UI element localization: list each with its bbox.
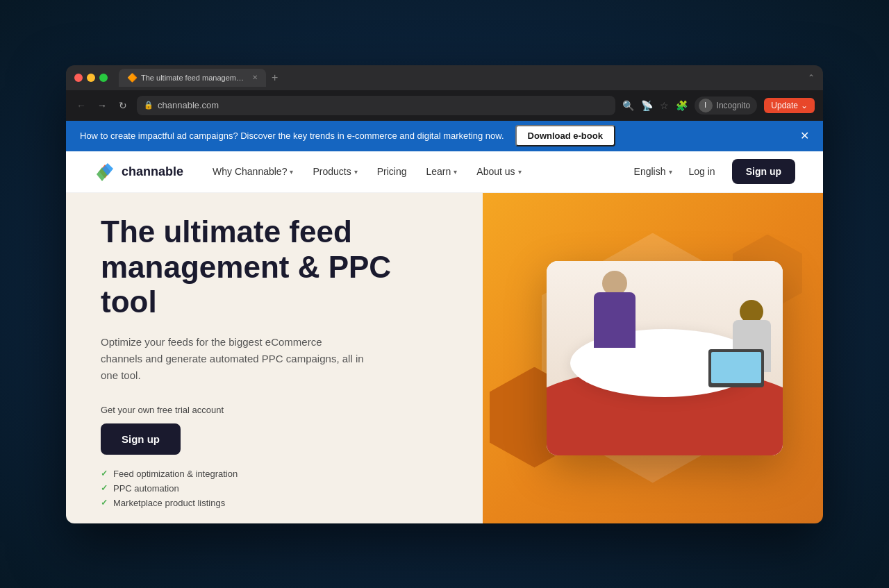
url-text: channable.com xyxy=(158,100,219,110)
tab-title: The ultimate feed manageme... xyxy=(141,74,245,82)
browser-window: 🔶 The ultimate feed manageme... ✕ + ⌃ ← … xyxy=(66,65,823,523)
trial-label: Get your own free trial account xyxy=(101,405,448,415)
extensions-icon[interactable]: 🧩 xyxy=(676,100,688,111)
hero-section: The ultimate feed management & PPC tool … xyxy=(66,193,823,523)
hero-illustration xyxy=(483,193,824,523)
logo[interactable]: channable xyxy=(94,160,183,183)
hero-subtitle: Optimize your feeds for the biggest eCom… xyxy=(101,334,365,384)
banner-close-icon[interactable]: ✕ xyxy=(800,129,809,142)
nav-right: English ▾ Log in Sign up xyxy=(634,159,795,184)
feature-item-1: ✓ Feed optimization & integration xyxy=(101,469,448,479)
close-button[interactable] xyxy=(74,74,83,82)
active-tab[interactable]: 🔶 The ultimate feed manageme... ✕ xyxy=(119,69,266,87)
nav-item-learn[interactable]: Learn ▾ xyxy=(417,160,465,183)
person-1 xyxy=(594,271,635,348)
banner-cta-button[interactable]: Download e-book xyxy=(515,125,615,146)
nav-label-learn: Learn xyxy=(426,166,451,177)
search-icon[interactable]: 🔍 xyxy=(622,100,634,111)
feature-list: ✓ Feed optimization & integration ✓ PPC … xyxy=(101,469,448,508)
logo-icon xyxy=(94,160,116,183)
chevron-down-icon: ▾ xyxy=(454,168,457,176)
traffic-lights xyxy=(74,74,108,82)
hero-signup-button[interactable]: Sign up xyxy=(101,423,181,455)
nav-label-about: About us xyxy=(476,166,515,177)
hero-photo xyxy=(547,261,783,455)
check-icon: ✓ xyxy=(101,498,108,507)
cast-icon[interactable]: 📡 xyxy=(641,100,653,111)
feature-label-3: Marketplace product listings xyxy=(113,498,225,508)
check-icon: ✓ xyxy=(101,483,108,493)
chevron-down-icon: ▾ xyxy=(518,168,522,176)
lock-icon: 🔒 xyxy=(144,101,153,110)
back-button[interactable]: ← xyxy=(74,100,88,111)
address-bar: ← → ↻ 🔒 channable.com 🔍 📡 ☆ 🧩 I Incognit… xyxy=(66,90,823,121)
banner-text: How to create impactful ad campaigns? Di… xyxy=(80,131,504,141)
update-button[interactable]: Update ⌄ xyxy=(764,98,815,113)
bookmark-icon[interactable]: ☆ xyxy=(660,100,669,111)
title-bar-controls: ⌃ xyxy=(808,73,815,83)
hero-right xyxy=(483,193,824,523)
navbar: channable Why Channable? ▾ Products ▾ Pr… xyxy=(66,151,823,193)
announcement-banner: How to create impactful ad campaigns? Di… xyxy=(66,121,823,151)
update-chevron-icon: ⌄ xyxy=(801,101,808,110)
logo-text: channable xyxy=(122,165,183,179)
profile-button[interactable]: I Incognito xyxy=(695,96,758,115)
nav-item-products[interactable]: Products ▾ xyxy=(304,160,365,183)
forward-button[interactable]: → xyxy=(95,100,109,111)
nav-item-about[interactable]: About us ▾ xyxy=(468,160,529,183)
fullscreen-button[interactable] xyxy=(99,74,108,82)
chevron-down-icon: ▾ xyxy=(354,168,358,176)
nav-item-why-channable[interactable]: Why Channable? ▾ xyxy=(204,160,301,183)
window-collapse-icon: ⌃ xyxy=(808,73,815,83)
title-bar: 🔶 The ultimate feed manageme... ✕ + ⌃ xyxy=(66,65,823,90)
check-icon: ✓ xyxy=(101,469,108,478)
nav-label-why: Why Channable? xyxy=(213,166,287,177)
laptop-screen xyxy=(711,352,761,383)
tab-close-icon[interactable]: ✕ xyxy=(252,74,258,81)
laptop-decoration xyxy=(708,349,764,387)
nav-item-pricing[interactable]: Pricing xyxy=(369,160,415,183)
nav-label-products: Products xyxy=(313,166,351,177)
hero-left: The ultimate feed management & PPC tool … xyxy=(66,193,483,523)
nav-label-pricing: Pricing xyxy=(377,166,407,177)
avatar: I xyxy=(699,99,713,112)
feature-label-1: Feed optimization & integration xyxy=(113,469,238,479)
signup-button[interactable]: Sign up xyxy=(732,159,795,184)
feature-label-2: PPC automation xyxy=(113,483,179,494)
language-selector[interactable]: English ▾ xyxy=(634,166,672,177)
update-label: Update xyxy=(771,101,798,110)
nav-links: Why Channable? ▾ Products ▾ Pricing Lear… xyxy=(204,160,634,183)
chevron-down-icon: ▾ xyxy=(290,168,293,176)
language-label: English xyxy=(634,166,666,177)
chevron-down-icon: ▾ xyxy=(669,168,672,176)
login-button[interactable]: Log in xyxy=(681,160,724,183)
minimize-button[interactable] xyxy=(87,74,95,82)
page-content: How to create impactful ad campaigns? Di… xyxy=(66,121,823,523)
new-tab-button[interactable]: + xyxy=(269,72,281,84)
person-1-body xyxy=(594,292,635,348)
people-illustration xyxy=(547,261,783,455)
browser-actions: 🔍 📡 ☆ 🧩 I Incognito Update ⌄ xyxy=(622,96,815,115)
hero-title: The ultimate feed management & PPC tool xyxy=(101,215,448,320)
feature-item-3: ✓ Marketplace product listings xyxy=(101,498,448,508)
feature-item-2: ✓ PPC automation xyxy=(101,483,448,494)
tab-favicon-icon: 🔶 xyxy=(127,73,137,83)
profile-name: Incognito xyxy=(717,101,751,110)
reload-button[interactable]: ↻ xyxy=(116,100,130,111)
tab-area: 🔶 The ultimate feed manageme... ✕ + xyxy=(119,69,802,87)
url-bar[interactable]: 🔒 channable.com xyxy=(137,96,615,115)
